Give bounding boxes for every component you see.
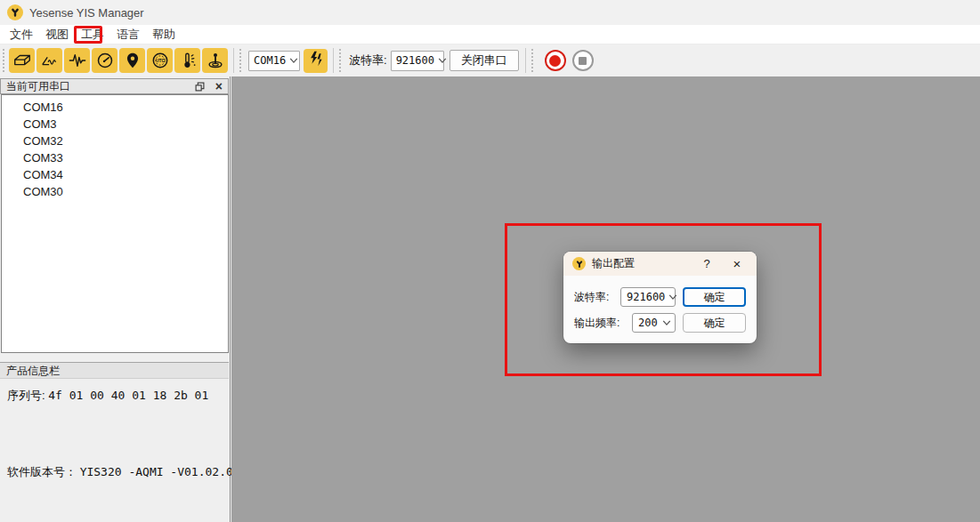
menu-view[interactable]: 视图	[45, 27, 69, 43]
product-info-body: 序列号: 4f 01 00 40 01 18 2b 01 软件版本号： YIS3…	[0, 379, 229, 522]
software-version-label: 软件版本号：	[7, 465, 77, 478]
menu-help[interactable]: 帮助	[151, 27, 176, 43]
menu-bar: 文件 视图 工具 语言 帮助	[0, 25, 980, 44]
software-version-row: 软件版本号： YIS320 -AQMI -V01.02.03;	[7, 464, 247, 480]
toolbar: UTC COM16 波特率: 921600 关闭串口	[0, 44, 980, 76]
confirm-baud-button[interactable]: 确定	[683, 287, 746, 307]
dialog-baud-value: 921600	[627, 291, 665, 303]
serial-number-value: 4f 01 00 40 01 18 2b 01	[48, 389, 208, 402]
yesense-logo-icon	[572, 257, 586, 270]
software-version-value: YIS320 -AQMI -V01.02.03;	[80, 465, 247, 478]
float-panel-icon[interactable]	[195, 82, 205, 92]
utc-clock-icon: UTC	[150, 51, 170, 70]
serial-port-list: COM16 COM3 COM32 COM33 COM34 COM30	[1, 94, 229, 353]
gauge-button[interactable]	[92, 48, 117, 73]
serial-port-panel: 当前可用串口 × COM16 COM3 COM32 COM33 COM34 CO…	[0, 76, 231, 522]
record-button[interactable]	[545, 50, 566, 71]
dialog-title: 输出配置	[592, 256, 635, 271]
close-panel-icon[interactable]: ×	[215, 80, 223, 92]
toolbar-separator	[525, 48, 526, 73]
svg-text:UTC: UTC	[155, 59, 165, 63]
list-item-port[interactable]: COM30	[2, 183, 228, 200]
toolbar-drag-handle[interactable]	[239, 49, 243, 72]
record-icon	[549, 55, 561, 67]
lightning-refresh-icon	[307, 50, 325, 71]
toolbar-separator	[333, 48, 334, 73]
output-config-dialog: 输出配置 ? × 波特率: 921600 确定 输出频率: 200 确定	[563, 252, 757, 343]
yesense-logo-icon	[7, 4, 23, 20]
list-item-port[interactable]: COM3	[2, 116, 228, 133]
dialog-rate-label: 输出频率:	[574, 316, 620, 331]
list-item-port[interactable]: COM32	[2, 133, 228, 149]
list-item-port[interactable]: COM33	[2, 149, 228, 166]
gauge-icon	[95, 51, 115, 70]
com-port-value: COM16	[254, 54, 286, 67]
toolbar-separator	[233, 48, 234, 73]
chevron-down-icon	[434, 57, 450, 64]
baud-rate-select[interactable]: 921600	[391, 51, 444, 71]
dialog-rate-value: 200	[638, 317, 658, 329]
3d-view-button[interactable]	[9, 48, 35, 73]
dialog-help-button[interactable]: ?	[698, 257, 716, 270]
dialog-close-button[interactable]: ×	[728, 256, 746, 271]
confirm-rate-button[interactable]: 确定	[683, 313, 746, 333]
dialog-title-bar: 输出配置 ? ×	[563, 252, 757, 276]
refresh-ports-button[interactable]	[304, 49, 328, 73]
joystick-icon	[206, 51, 225, 70]
attitude-button[interactable]	[202, 48, 228, 73]
chevron-down-icon	[659, 319, 675, 326]
stop-button[interactable]	[572, 50, 594, 71]
stop-icon	[579, 57, 587, 65]
serial-panel-header: 当前可用串口 ×	[0, 78, 229, 94]
angle-wave-icon	[40, 51, 60, 70]
dialog-rate-select[interactable]: 200	[632, 313, 676, 333]
location-button[interactable]	[119, 48, 145, 73]
toolbar-drag-handle[interactable]	[339, 49, 343, 72]
list-item-port[interactable]: COM16	[2, 99, 228, 116]
menu-file[interactable]: 文件	[9, 27, 34, 43]
com-port-select[interactable]: COM16	[248, 51, 300, 71]
close-serial-port-button[interactable]: 关闭串口	[450, 50, 519, 71]
dialog-baud-select[interactable]: 921600	[620, 287, 676, 307]
baud-rate-value: 921600	[396, 54, 434, 67]
window-title: Yesense YIS Manager	[29, 6, 144, 20]
toolbar-drag-handle[interactable]	[531, 49, 535, 72]
title-bar: Yesense YIS Manager	[0, 0, 980, 25]
waveform-plot-button[interactable]	[64, 48, 90, 73]
chevron-down-icon	[286, 57, 302, 64]
waveform-icon	[68, 51, 87, 70]
toolbar-drag-handle[interactable]	[3, 49, 6, 72]
3d-box-icon	[12, 51, 32, 70]
dialog-baud-label: 波特率:	[574, 290, 609, 305]
serial-number-label: 序列号:	[7, 389, 45, 402]
serial-panel-title: 当前可用串口	[6, 79, 70, 94]
product-info-header: 产品信息栏	[0, 362, 229, 379]
temperature-button[interactable]	[174, 48, 200, 73]
serial-number-row: 序列号: 4f 01 00 40 01 18 2b 01	[7, 388, 208, 404]
angle-plot-button[interactable]	[36, 48, 62, 73]
location-pin-icon	[123, 51, 142, 70]
list-item-port[interactable]: COM34	[2, 166, 228, 183]
baud-rate-label: 波特率:	[349, 52, 387, 68]
chevron-down-icon	[665, 293, 681, 301]
menu-tools[interactable]: 工具	[80, 27, 105, 43]
thermometer-icon	[178, 51, 198, 70]
menu-language[interactable]: 语言	[116, 27, 141, 43]
utc-time-button[interactable]: UTC	[147, 48, 173, 73]
